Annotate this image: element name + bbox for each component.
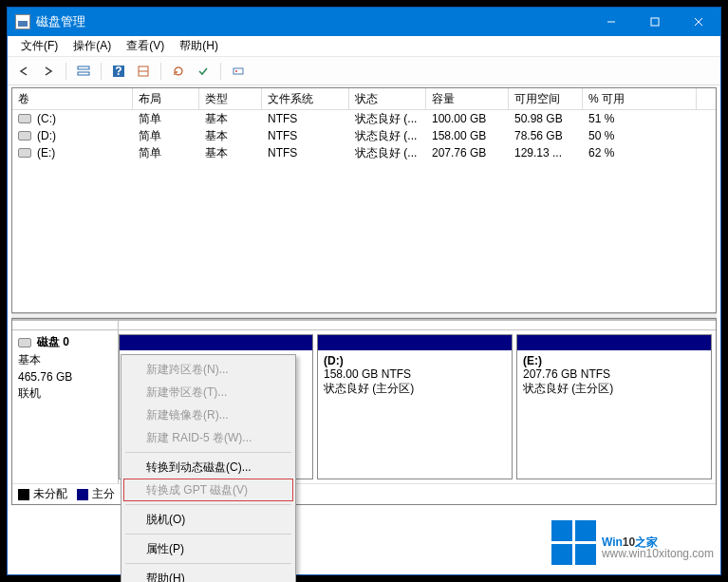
legend-unallocated: 未分配: [33, 486, 67, 502]
refresh-icon[interactable]: [168, 61, 189, 82]
col-filesystem[interactable]: 文件系统: [262, 88, 349, 109]
menu-separator: [125, 534, 291, 535]
col-volume[interactable]: 卷: [12, 88, 133, 109]
volume-pct: 62 %: [583, 146, 697, 160]
toolbar-separator: [65, 63, 66, 80]
help-icon[interactable]: ?: [108, 61, 129, 82]
volume-name: (E:): [37, 146, 55, 160]
partition-size: 158.00 GB NTFS: [324, 367, 506, 381]
volume-free: 129.13 ...: [509, 146, 583, 160]
volume-capacity: 207.76 GB: [426, 146, 509, 160]
volume-row[interactable]: (E:) 简单 基本 NTFS 状态良好 (... 207.76 GB 129.…: [12, 144, 716, 161]
menu-separator: [125, 563, 291, 564]
disk-row[interactable]: 磁盘 0 基本 465.76 GB 联机 (C:) 100.00 GB NTFS…: [12, 319, 716, 483]
close-button[interactable]: [677, 8, 720, 36]
volume-icon: [18, 148, 31, 158]
volume-row[interactable]: (C:) 简单 基本 NTFS 状态良好 (... 100.00 GB 50.9…: [12, 110, 716, 127]
titlebar[interactable]: 磁盘管理: [8, 8, 720, 36]
watermark-url: www.win10xitong.com: [602, 548, 714, 559]
partition-size: 207.76 GB NTFS: [523, 367, 705, 381]
menu-new-striped[interactable]: 新建带区卷(T)...: [123, 381, 293, 404]
svg-text:?: ?: [115, 65, 121, 78]
volume-name: (D:): [37, 129, 56, 142]
partition-stripe: [120, 335, 312, 350]
menu-convert-gpt[interactable]: 转换成 GPT 磁盘(V): [123, 479, 293, 501]
volume-pct: 50 %: [583, 129, 697, 142]
col-status[interactable]: 状态: [349, 88, 426, 109]
svg-rect-5: [78, 72, 89, 75]
watermark: Win10之家 www.win10xitong.com: [551, 520, 714, 565]
maximize-button[interactable]: [633, 8, 677, 36]
menu-new-mirrored[interactable]: 新建镜像卷(R)...: [123, 404, 293, 426]
volume-fs: NTFS: [262, 112, 349, 125]
volume-capacity: 158.00 GB: [426, 129, 509, 142]
menu-view[interactable]: 查看(V): [119, 36, 172, 56]
col-pctfree[interactable]: % 可用: [583, 88, 697, 109]
volume-list-header: 卷 布局 类型 文件系统 状态 容量 可用空间 % 可用: [12, 88, 716, 110]
toolbar-separator: [160, 63, 161, 80]
menubar: 文件(F) 操作(A) 查看(V) 帮助(H): [8, 36, 720, 57]
action-icon[interactable]: [228, 61, 249, 82]
disk-info[interactable]: 磁盘 0 基本 465.76 GB 联机: [12, 319, 119, 483]
partition-label: (D:): [324, 354, 506, 367]
volume-pct: 51 %: [583, 112, 697, 125]
window-title: 磁盘管理: [36, 13, 589, 30]
menu-help[interactable]: 帮助(H): [172, 36, 226, 56]
volume-row[interactable]: (D:) 简单 基本 NTFS 状态良好 (... 158.00 GB 78.5…: [12, 127, 716, 144]
menu-convert-dynamic[interactable]: 转换到动态磁盘(C)...: [123, 456, 293, 479]
col-type[interactable]: 类型: [199, 88, 262, 109]
menu-help[interactable]: 帮助(H): [123, 567, 293, 582]
legend-swatch-unallocated: [18, 489, 29, 500]
disk-context-menu: 新建跨区卷(N)... 新建带区卷(T)... 新建镜像卷(R)... 新建 R…: [121, 354, 296, 582]
forward-button[interactable]: [38, 61, 59, 82]
back-button[interactable]: [13, 61, 34, 82]
volume-icon: [18, 131, 31, 141]
menu-offline[interactable]: 脱机(O): [123, 508, 293, 531]
volume-free: 50.98 GB: [509, 112, 583, 125]
minimize-button[interactable]: [589, 8, 633, 36]
toolbar-separator: [101, 63, 102, 80]
partition-d[interactable]: (D:) 158.00 GB NTFS 状态良好 (主分区): [317, 334, 513, 479]
menu-properties[interactable]: 属性(P): [123, 537, 293, 560]
check-icon[interactable]: [193, 61, 214, 82]
partition-stripe: [318, 335, 512, 350]
volume-status: 状态良好 (...: [349, 145, 426, 161]
menu-file[interactable]: 文件(F): [13, 36, 65, 56]
col-capacity[interactable]: 容量: [426, 88, 509, 109]
window-controls: [589, 8, 720, 36]
volume-list[interactable]: 卷 布局 类型 文件系统 状态 容量 可用空间 % 可用 (C:) 简单 基本 …: [11, 87, 717, 313]
toolbar: ?: [8, 57, 720, 85]
menu-new-raid5[interactable]: 新建 RAID-5 卷(W)...: [123, 426, 293, 449]
volume-fs: NTFS: [262, 129, 349, 142]
col-layout[interactable]: 布局: [133, 88, 199, 109]
toolbar-separator: [220, 63, 221, 80]
volume-type: 基本: [199, 128, 262, 144]
volume-status: 状态良好 (...: [349, 128, 426, 144]
svg-rect-1: [651, 18, 659, 26]
legend: 未分配 主分: [12, 483, 716, 504]
view-list-icon[interactable]: [73, 61, 94, 82]
volume-name: (C:): [37, 112, 56, 125]
disk-icon: [18, 338, 31, 347]
col-free[interactable]: 可用空间: [509, 88, 583, 109]
menu-separator: [125, 452, 291, 453]
volume-capacity: 100.00 GB: [426, 112, 509, 125]
volume-type: 基本: [199, 145, 262, 161]
volume-layout: 简单: [133, 111, 199, 127]
volume-fs: NTFS: [262, 146, 349, 160]
legend-primary: 主分: [92, 486, 115, 502]
volume-list-body: (C:) 简单 基本 NTFS 状态良好 (... 100.00 GB 50.9…: [12, 110, 716, 312]
svg-point-11: [235, 70, 237, 72]
menu-action[interactable]: 操作(A): [65, 36, 119, 56]
volume-status: 状态良好 (...: [349, 111, 426, 127]
partition-e[interactable]: (E:) 207.76 GB NTFS 状态良好 (主分区): [516, 334, 712, 479]
volume-type: 基本: [199, 111, 262, 127]
menu-new-spanned[interactable]: 新建跨区卷(N)...: [123, 358, 293, 381]
partition-stripe: [517, 335, 711, 350]
svg-rect-4: [78, 66, 89, 69]
settings-icon[interactable]: [133, 61, 154, 82]
disk-management-icon: [15, 14, 30, 29]
svg-rect-10: [233, 68, 243, 74]
disk-management-window: 磁盘管理 文件(F) 操作(A) 查看(V) 帮助(H) ? 卷 布局 类型 文…: [7, 7, 721, 575]
disk-status: 联机: [18, 385, 112, 402]
